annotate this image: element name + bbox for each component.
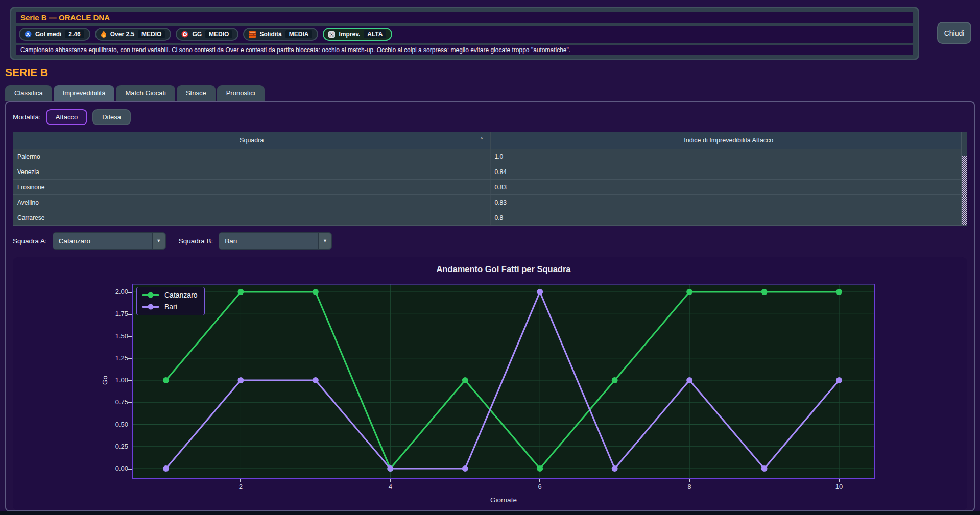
tab-pronostici[interactable]: Pronostici	[217, 85, 265, 101]
mode-difesa-button[interactable]: Difesa	[92, 109, 131, 125]
data-point-catanzaro[interactable]	[462, 377, 468, 383]
badge-gol-medi: Gol medi 2.46	[19, 28, 90, 41]
table-row[interactable]: Venezia 0.84	[13, 164, 967, 179]
team-a-label: Squadra A:	[13, 237, 47, 245]
tab-match-giocati[interactable]: Match Giocati	[116, 85, 175, 101]
team-cell: Venezia	[13, 164, 490, 179]
tab-imprevedibilita[interactable]: Imprevedibilità	[54, 85, 115, 101]
badge-value: ALTA	[364, 30, 386, 38]
table-scrollbar[interactable]	[961, 132, 967, 225]
team-a-select[interactable]: Catanzaro ▼	[53, 232, 166, 250]
goals-trend-chart-panel: Andamento Gol Fatti per Squadra Gol Cata…	[13, 257, 967, 510]
y-tick-label: 1.25	[102, 354, 128, 362]
dna-card-description: Campionato abbastanza equilibrato, con t…	[16, 45, 913, 55]
column-header-indice[interactable]: Indice di Imprevedibilità Attacco	[490, 132, 967, 149]
index-cell: 0.8	[490, 210, 967, 225]
x-tick-mark	[689, 479, 690, 482]
tab-content-panel: Modalità: Attacco Difesa Squadra ^ Indic…	[5, 101, 975, 511]
table-row[interactable]: Carrarese 0.8	[13, 210, 967, 225]
y-tick-mark	[128, 380, 132, 381]
badge-label: GG	[192, 31, 202, 38]
badge-label: Solidità	[259, 31, 281, 38]
legend-item-catanzaro: Catanzaro	[142, 291, 198, 299]
data-point-bari[interactable]	[761, 465, 768, 472]
x-tick-label: 2	[230, 483, 251, 491]
soccer-ball-icon	[25, 31, 32, 38]
team-cell: Avellino	[13, 195, 490, 210]
y-tick-label: 2.00	[102, 288, 128, 296]
y-tick-mark	[128, 425, 132, 426]
y-tick-label: 1.00	[102, 376, 128, 384]
table-row[interactable]: Avellino 0.83	[13, 194, 967, 210]
data-point-bari[interactable]	[462, 465, 468, 472]
data-point-catanzaro[interactable]	[686, 289, 692, 295]
tab-classifica[interactable]: Classifica	[5, 85, 52, 101]
plot-area: Catanzaro Bari	[132, 284, 875, 479]
chevron-down-icon: ▼	[318, 233, 331, 249]
chart-title: Andamento Gol Fatti per Squadra	[132, 264, 875, 274]
x-tick-mark	[839, 479, 840, 482]
y-tick-mark	[128, 292, 132, 293]
mode-attacco-button[interactable]: Attacco	[46, 109, 87, 125]
data-point-catanzaro[interactable]	[836, 289, 842, 295]
y-tick-label: 0.50	[102, 421, 128, 428]
legend-label: Catanzaro	[164, 291, 198, 299]
index-cell: 0.83	[490, 195, 967, 210]
team-cell: Frosinone	[13, 180, 490, 194]
data-point-catanzaro[interactable]	[163, 377, 169, 383]
data-point-bari[interactable]	[313, 377, 319, 383]
y-tick-label: 0.25	[102, 443, 128, 450]
team-selectors-row: Squadra A: Catanzaro ▼ Squadra B: Bari ▼	[13, 232, 967, 250]
data-point-catanzaro[interactable]	[761, 289, 768, 295]
badge-value: MEDIO	[205, 30, 232, 38]
y-tick-mark	[128, 358, 132, 359]
table-header-row: Squadra ^ Indice di Imprevedibilità Atta…	[13, 132, 967, 149]
data-point-catanzaro[interactable]	[313, 289, 319, 295]
y-tick-mark	[128, 447, 132, 448]
x-tick-mark	[390, 479, 391, 482]
data-point-bari[interactable]	[237, 377, 244, 383]
badge-label: Gol medi	[35, 31, 61, 38]
y-tick-mark	[128, 314, 132, 315]
mode-row: Modalità: Attacco Difesa	[13, 108, 967, 126]
badge-over-25: Over 2.5 MEDIO	[95, 28, 172, 41]
badge-label: Over 2.5	[110, 31, 134, 38]
y-tick-mark	[128, 336, 132, 337]
y-tick-label: 1.50	[102, 332, 128, 340]
dice-icon	[328, 31, 335, 38]
league-dna-card: Serie B — ORACLE DNA Gol medi 2.46 Over …	[10, 7, 919, 60]
column-header-squadra[interactable]: Squadra ^	[13, 132, 490, 149]
x-tick-label: 8	[679, 483, 700, 491]
data-point-bari[interactable]	[387, 465, 393, 472]
data-point-catanzaro[interactable]	[237, 289, 244, 295]
data-point-bari[interactable]	[686, 377, 692, 383]
table-row[interactable]: Palermo 1.0	[13, 149, 967, 164]
y-tick-mark	[128, 402, 132, 403]
team-b-select[interactable]: Bari ▼	[219, 232, 332, 250]
chart-legend: Catanzaro Bari	[136, 287, 205, 315]
close-button[interactable]: Chiudi	[937, 22, 971, 44]
x-axis-label: Giornate	[132, 496, 875, 504]
data-point-catanzaro[interactable]	[612, 377, 618, 383]
badge-label: Imprev.	[339, 31, 360, 38]
flame-icon	[101, 31, 107, 38]
y-tick-label: 0.00	[102, 464, 128, 472]
index-cell: 0.83	[490, 180, 967, 194]
data-point-bari[interactable]	[163, 465, 169, 472]
index-cell: 0.84	[490, 164, 967, 179]
data-point-catanzaro[interactable]	[537, 465, 543, 472]
data-point-bari[interactable]	[836, 377, 842, 383]
data-point-bari[interactable]	[612, 465, 618, 472]
tab-strisce[interactable]: Strisce	[177, 85, 216, 101]
x-tick-label: 4	[380, 483, 400, 491]
table-row[interactable]: Frosinone 0.83	[13, 179, 967, 194]
badge-solidita: Solidità MEDIA	[243, 28, 318, 41]
dna-card-title: Serie B — ORACLE DNA	[16, 12, 913, 23]
team-b-selected-value: Bari	[225, 237, 237, 245]
badge-value: 2.46	[65, 30, 84, 38]
x-tick-mark	[539, 479, 540, 482]
data-point-bari[interactable]	[537, 289, 543, 295]
team-cell: Palermo	[13, 149, 490, 164]
brick-wall-icon	[249, 31, 256, 38]
legend-swatch	[142, 306, 159, 308]
